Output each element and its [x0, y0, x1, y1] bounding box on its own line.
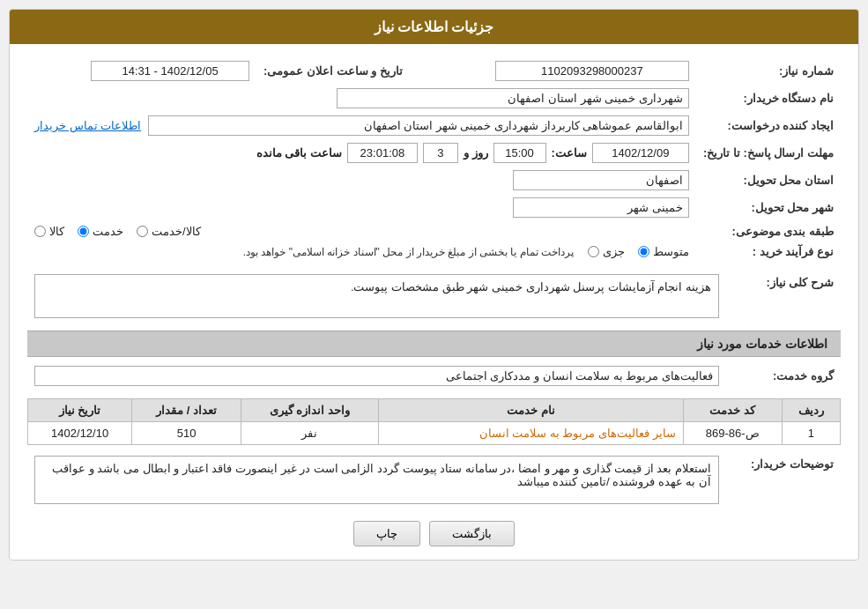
button-row: چاپ بازگشت: [27, 521, 841, 546]
radio-khadamat[interactable]: خدمت: [78, 225, 123, 238]
cell-code: ص-86-869: [683, 422, 782, 445]
delivery-province-value: اصفهان: [513, 170, 689, 190]
category-label: طبقه بندی موضوعی:: [696, 221, 841, 241]
radio-jozi[interactable]: جزی: [588, 245, 625, 258]
back-button[interactable]: بازگشت: [429, 521, 515, 546]
radio-motavaset[interactable]: متوسط: [638, 245, 689, 258]
page-title: جزئیات اطلاعات نیاز: [375, 19, 494, 34]
requester-value: ابوالقاسم عموشاهی کاربرداز شهرداری خمینی…: [148, 115, 689, 136]
service-group-value: فعالیت‌های مربوط به سلامت انسان و مددکار…: [34, 366, 719, 386]
delivery-province-label: استان محل تحویل:: [696, 167, 841, 194]
deadline-days-value: 3: [423, 143, 458, 163]
services-section-header: اطلاعات خدمات مورد نیاز: [27, 330, 841, 357]
need-description-section: شرح کلی نیاز: هزینه انجام آزمایشات پرسنل…: [27, 271, 841, 322]
buyer-name-label: نام دستگاه خریدار:: [696, 85, 841, 112]
cell-radif: 1: [782, 422, 840, 445]
deadline-remaining-value: 23:01:08: [347, 143, 418, 163]
announcement-date-label: تاریخ و ساعت اعلان عمومی:: [256, 57, 420, 85]
main-card: جزئیات اطلاعات نیاز شماره نیاز: 11020932…: [9, 9, 859, 561]
deadline-days-label: روز و: [464, 146, 488, 160]
radio-jozi-input[interactable]: [588, 246, 599, 257]
deadline-time-value: 15:00: [493, 143, 546, 163]
announcement-date-value: 1402/12/05 - 14:31: [91, 61, 249, 81]
radio-kala-khadamat-label: کالا/خدمت: [152, 225, 201, 238]
contact-link[interactable]: اطلاعات تماس خریدار: [34, 119, 141, 132]
requester-label: ایجاد کننده درخواست:: [696, 112, 841, 139]
radio-kala-label: کالا: [49, 225, 64, 238]
buyer-name-value: شهرداری خمینی شهر استان اصفهان: [337, 88, 689, 108]
cell-unit: نفر: [241, 422, 378, 445]
card-header: جزئیات اطلاعات نیاز: [10, 10, 858, 44]
services-table: ردیف کد خدمت نام خدمت واحد اندازه گیری ت…: [27, 398, 841, 445]
info-table-top: شماره نیاز: 1102093298000237 تاریخ و ساع…: [27, 57, 841, 262]
deadline-date-value: 1402/12/09: [592, 143, 689, 163]
need-description-label: شرح کلی نیاز:: [726, 271, 841, 322]
delivery-city-value: خمینی شهر: [513, 197, 689, 218]
page-wrapper: جزئیات اطلاعات نیاز شماره نیاز: 11020932…: [0, 0, 868, 609]
radio-kala-khadamat-input[interactable]: [137, 226, 148, 237]
col-name: نام خدمت: [378, 399, 683, 422]
delivery-city-label: شهر محل تحویل:: [696, 194, 841, 221]
need-number-label: شماره نیاز:: [696, 57, 841, 85]
col-radif: ردیف: [782, 399, 840, 422]
cell-date: 1402/12/10: [28, 422, 132, 445]
service-group-label: گروه خدمت:: [726, 362, 841, 390]
radio-jozi-label: جزی: [603, 245, 625, 258]
radio-kala-khadamat[interactable]: کالا/خدمت: [137, 225, 201, 238]
response-deadline-label: مهلت ارسال پاسخ: تا تاریخ:: [696, 139, 841, 167]
purchase-type-note: پرداخت تمام یا بخشی از مبلغ خریدار از مح…: [243, 246, 574, 258]
radio-kala[interactable]: کالا: [34, 225, 64, 238]
col-date: تاریخ نیاز: [28, 399, 132, 422]
deadline-remaining-label: ساعت باقی مانده: [256, 146, 342, 160]
radio-khadamat-label: خدمت: [93, 225, 123, 238]
cell-count: 510: [132, 422, 241, 445]
radio-kala-input[interactable]: [34, 226, 46, 237]
buyer-notes-value: استعلام بعد از قیمت گذاری و مهر و امضا ،…: [34, 456, 719, 504]
buyer-notes-label: توضیحات خریدار:: [726, 452, 841, 508]
col-unit: واحد اندازه گیری: [241, 399, 378, 422]
radio-khadamat-input[interactable]: [78, 226, 89, 237]
col-code: کد خدمت: [683, 399, 782, 422]
cell-name: سایر فعالیت‌های مربوط به سلامت انسان: [378, 422, 683, 445]
need-number-value: 1102093298000237: [495, 61, 689, 81]
col-count: تعداد / مقدار: [132, 399, 241, 422]
print-button[interactable]: چاپ: [353, 521, 420, 546]
purchase-type-label: نوع فرآیند خرید :: [696, 241, 841, 262]
table-row: 1 ص-86-869 سایر فعالیت‌های مربوط به سلام…: [28, 422, 841, 445]
radio-motavaset-input[interactable]: [638, 246, 649, 257]
need-description-value: هزینه انجام آزمایشات پرسنل شهرداری خمینی…: [34, 274, 719, 318]
deadline-time-label: ساعت:: [552, 146, 587, 160]
radio-motavaset-label: متوسط: [653, 245, 689, 258]
card-body: شماره نیاز: 1102093298000237 تاریخ و ساع…: [10, 44, 858, 560]
